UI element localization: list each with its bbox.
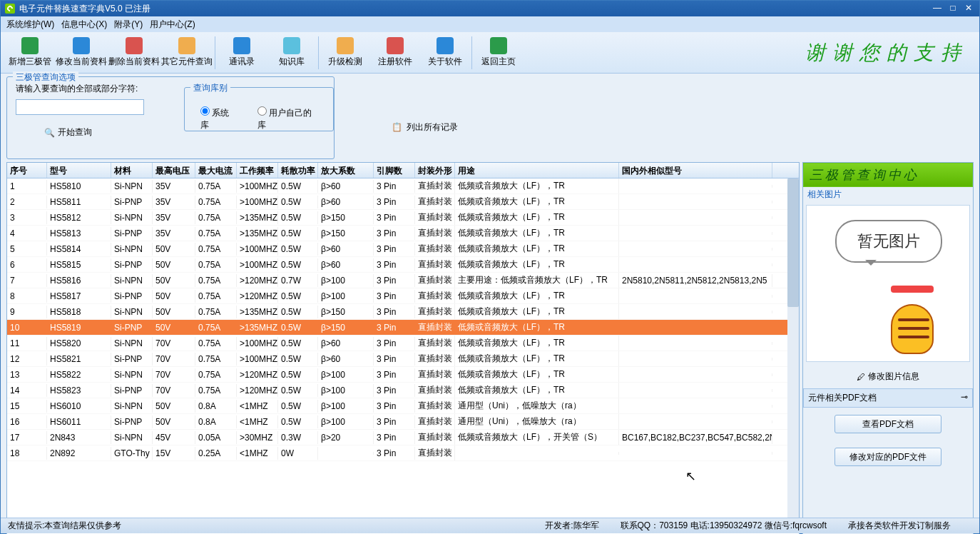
list-all-button[interactable]: 📋 列出所有记录 [392,95,458,159]
pdf-section-header: 元件相关PDF文档 ⊸ [803,388,973,408]
col-header[interactable]: 国内外相似型号 [619,163,772,178]
col-header[interactable]: 材料 [111,163,153,178]
image-area: 暂无图片 [806,205,970,362]
db-legend: 查询库别 [190,82,230,94]
col-header[interactable]: 工作频率 [237,163,278,178]
db-fieldset: 查询库别 系统库 用户自己的库 [184,87,334,131]
table-row[interactable]: 182N892GTO-Thy15V0.25A<1MHZ0W3 Pin直插封装 [7,445,799,461]
app-icon [5,4,15,14]
toolbar-8[interactable]: 关于软件 [420,34,470,72]
menu-appendix[interactable]: 附录(Y) [114,19,143,31]
status-dev: 开发者:陈华军 [545,520,598,532]
status-tip: 友情提示:本查询结果仅供参考 [8,520,121,532]
minimize-button[interactable]: — [931,3,944,14]
col-header[interactable]: 序号 [7,163,47,178]
toolbar-icon [490,37,507,54]
vertical-scrollbar[interactable] [787,178,799,524]
col-header[interactable]: 最大电流 [195,163,237,178]
maximize-button[interactable]: □ [946,3,959,14]
toolbar-icon [387,37,404,54]
table-row[interactable]: 8HS5817Si-PNP50V0.75A>120MHZ0.5Wβ>1003 P… [7,288,799,304]
toolbar-9[interactable]: 返回主页 [474,34,524,72]
table-row[interactable]: 7HS5816Si-NPN50V0.75A>120MHZ0.7Wβ>1003 P… [7,273,799,288]
toolbar-icon [126,37,143,54]
edit-image-button[interactable]: 🖊 修改图片信息 [803,371,973,383]
no-image-text: 暂无图片 [857,231,920,252]
menubar: 系统维护(W) 信息中心(X) 附录(Y) 用户中心(Z) [1,16,979,32]
toolbar-1[interactable]: 修改当前资料 [55,34,108,72]
col-header[interactable]: 最高电压 [153,163,195,178]
radio-user-db[interactable]: 用户自己的库 [257,106,317,131]
data-grid: 序号型号材料最高电压最大电流工作频率耗散功率放大系数引脚数封装外形用途国内外相似… [6,162,800,534]
menu-user[interactable]: 用户中心(Z) [150,19,195,31]
toolbar: 新增三极管修改当前资料删除当前资料其它元件查询通讯录知识库升级检测注册软件关于软… [1,32,979,74]
banner-text: 谢谢您的支持 [805,39,968,66]
radio-system-db[interactable]: 系统库 [200,106,236,131]
table-row[interactable]: 6HS5815Si-PNP50V0.75A>100MHZ0.5Wβ>603 Pi… [7,257,799,273]
side-title: 三极管查询中心 [803,163,973,187]
list-icon: 📋 [392,122,402,132]
table-row[interactable]: 172N843Si-NPN45V0.05A>30MHZ0.3Wβ>203 Pin… [7,430,799,445]
table-row[interactable]: 2HS5811Si-PNP35V0.75A>100MHZ0.5Wβ>603 Pi… [7,194,799,210]
toolbar-0[interactable]: 新增三极管 [5,34,55,72]
edit-pdf-button[interactable]: 修改对应的PDF文件 [834,448,941,466]
col-header[interactable]: 引脚数 [374,163,415,178]
table-row[interactable]: 10HS5819Si-PNP50V0.75A>135MHZ0.5Wβ>1503 … [7,320,799,336]
toolbar-icon [437,37,454,54]
table-row[interactable]: 12HS5821Si-PNP70V0.75A>100MHZ0.5Wβ>603 P… [7,351,799,367]
table-row[interactable]: 9HS5818Si-NPN50V0.75A>135MHZ0.5Wβ>1503 P… [7,304,799,320]
toolbar-4[interactable]: 通讯录 [217,34,267,72]
statusbar: 友情提示:本查询结果仅供参考 开发者:陈华军 联系QQ：703159 电话:13… [1,518,979,533]
related-image-label: 相关图片 [803,187,973,202]
query-fieldset: 三极管查询选项 请输入要查询的全部或部分字符: 🔍 开始查询 查询库别 系统库 … [6,76,335,159]
edit-icon: 🖊 [857,372,865,382]
grid-body: 1HS5810Si-NPN35V0.75A>100MHZ0.5Wβ>603 Pi… [7,178,799,534]
toolbar-icon [337,37,354,54]
toolbar-icon [283,37,300,54]
toolbar-icon [233,37,250,54]
status-service: 承接各类软件开发订制服务 [848,520,951,532]
close-button[interactable]: ✕ [962,3,975,14]
query-area: 三极管查询选项 请输入要查询的全部或部分字符: 🔍 开始查询 查询库别 系统库 … [6,76,974,159]
query-legend: 三极管查询选项 [13,71,78,84]
col-header[interactable]: 用途 [455,163,619,178]
toolbar-2[interactable]: 删除当前资料 [108,34,160,72]
status-contact: 联系QQ：703159 电话:13950324972 微信号:fqrcwsoft [621,520,827,532]
toolbar-6[interactable]: 升级检测 [320,34,370,72]
table-row[interactable]: 15HS6010Si-NPN50V0.8A<1MHZ0.5Wβ>1003 Pin… [7,398,799,414]
tiger-icon [884,283,941,354]
col-header[interactable]: 型号 [47,163,111,178]
search-icon: 🔍 [44,128,55,138]
toolbar-5[interactable]: 知识库 [267,34,317,72]
toolbar-7[interactable]: 注册软件 [370,34,420,72]
toolbar-3[interactable]: 其它元件查询 [160,34,213,72]
menu-system[interactable]: 系统维护(W) [6,19,54,31]
table-row[interactable]: 14HS5823Si-PNP70V0.75A>120MHZ0.5Wβ>1003 … [7,383,799,398]
table-row[interactable]: 16HS6011Si-PNP50V0.8A<1MHZ0.5Wβ>1003 Pin… [7,414,799,430]
table-row[interactable]: 11HS5820Si-NPN70V0.75A>100MHZ0.5Wβ>603 P… [7,336,799,351]
view-pdf-button[interactable]: 查看PDF文档 [834,415,941,433]
table-row[interactable]: 13HS5822Si-NPN70V0.75A>120MHZ0.5Wβ>1003 … [7,367,799,383]
window-title: 电子元件替换速查字典V5.0 已注册 [19,3,150,15]
toolbar-icon [73,37,90,54]
table-row[interactable]: 3HS5812Si-NPN35V0.75A>135MHZ0.5Wβ>1503 P… [7,210,799,226]
side-panel: 三极管查询中心 相关图片 暂无图片 🖊 修改图片信息 元件相关PDF文档 ⊸ 查… [802,162,974,534]
col-header[interactable]: 耗散功率 [278,163,318,178]
col-header[interactable]: 封装外形 [415,163,455,178]
col-header[interactable]: 放大系数 [318,163,374,178]
search-input[interactable] [16,99,144,115]
table-row[interactable]: 4HS5813Si-PNP35V0.75A>135MHZ0.5Wβ>1503 P… [7,226,799,241]
titlebar[interactable]: 电子元件替换速查字典V5.0 已注册 — □ ✕ [1,1,979,16]
table-row[interactable]: 5HS5814Si-NPN50V0.75A>100MHZ0.5Wβ>603 Pi… [7,241,799,257]
grid-header: 序号型号材料最高电压最大电流工作频率耗散功率放大系数引脚数封装外形用途国内外相似… [7,163,799,178]
toolbar-icon [178,37,195,54]
toolbar-icon [21,37,39,54]
pin-icon[interactable]: ⊸ [961,392,968,404]
menu-info[interactable]: 信息中心(X) [61,19,107,31]
table-row[interactable]: 1HS5810Si-NPN35V0.75A>100MHZ0.5Wβ>603 Pi… [7,178,799,194]
